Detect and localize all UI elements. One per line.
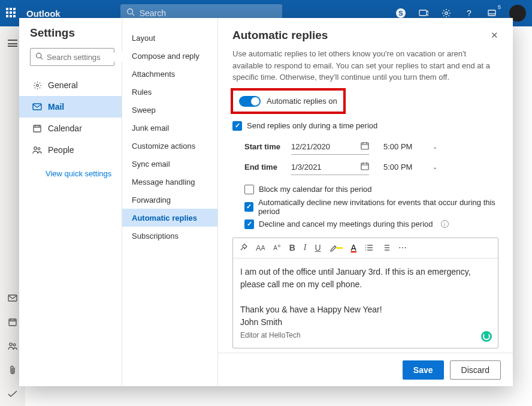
svg-point-3 (445, 12, 448, 14)
app-launcher-icon[interactable] (6, 8, 17, 19)
message-line2: Thank you & have a Happy New Year! (240, 305, 382, 314)
nav-calendar-label: Calendar (48, 124, 82, 133)
highlight-button[interactable] (330, 243, 343, 252)
decline-cancel-row[interactable]: Decline and cancel my meetings during th… (244, 219, 498, 229)
panel-title: Automatic replies (232, 29, 328, 42)
svg-point-7 (10, 343, 12, 345)
svg-point-8 (13, 344, 16, 346)
block-calendar-row[interactable]: Block my calendar for this period (244, 185, 498, 194)
gear-icon (32, 81, 42, 90)
italic-button[interactable]: I (304, 243, 307, 252)
bullets-button[interactable] (365, 244, 373, 251)
time-period-checkbox[interactable] (232, 121, 242, 131)
svg-rect-6 (9, 319, 16, 326)
message-name: John Smith (240, 317, 282, 327)
subnav-subscriptions[interactable]: Subscriptions (122, 227, 217, 245)
nav-people-label: People (48, 145, 74, 155)
auto-replies-toggle[interactable] (239, 96, 261, 107)
people-icon (32, 146, 42, 154)
gear-icon[interactable] (441, 8, 452, 19)
calendar-icon (361, 162, 369, 172)
help-icon[interactable]: ? (464, 8, 474, 19)
chevron-down-icon: ⌄ (433, 143, 437, 150)
auto-replies-toggle-label: Automatic replies on (267, 97, 337, 106)
nav-people[interactable]: People (19, 139, 122, 161)
svg-rect-12 (33, 104, 41, 110)
close-button[interactable]: ✕ (491, 30, 498, 41)
svg-rect-2 (419, 10, 427, 16)
underline-button[interactable]: U (315, 243, 321, 252)
time-period-checkbox-row[interactable]: Send replies only during a time period (232, 121, 498, 131)
search-icon (35, 52, 43, 62)
teams-icon[interactable] (418, 8, 429, 19)
subnav-handling[interactable]: Message handling (122, 173, 217, 191)
subnav-layout[interactable]: Layout (122, 29, 217, 47)
start-date-value: 12/21/2020 (291, 142, 330, 151)
bold-button[interactable]: B (289, 243, 295, 252)
decline-new-checkbox[interactable] (244, 202, 253, 212)
calendar-icon (361, 142, 369, 152)
start-time-value: 5:00 PM (383, 142, 412, 151)
settings-search[interactable] (30, 48, 114, 66)
panel-description: Use automatic replies to let others know… (232, 48, 498, 83)
end-date-field[interactable]: 1/3/2021 (291, 160, 369, 175)
view-quick-settings[interactable]: View quick settings (46, 169, 114, 178)
time-period-label: Send replies only during a time period (247, 121, 377, 130)
save-button[interactable]: Save (403, 360, 444, 380)
notifications-icon[interactable]: 5 (486, 8, 497, 19)
subnav-junk[interactable]: Junk email (122, 119, 217, 137)
svg-point-15 (38, 148, 40, 150)
font-smaller[interactable]: AA (256, 243, 265, 252)
skype-icon[interactable]: S (395, 8, 406, 19)
decline-cancel-label: Decline and cancel my meetings during th… (259, 219, 433, 228)
numbered-button[interactable] (382, 244, 390, 251)
subnav-attachments[interactable]: Attachments (122, 65, 217, 83)
decline-new-row[interactable]: Automatically decline new invitations fo… (244, 198, 498, 216)
settings-subnav: Layout Compose and reply Attachments Rul… (122, 18, 218, 386)
pin-icon[interactable] (239, 243, 247, 252)
subnav-sync[interactable]: Sync email (122, 155, 217, 173)
message-line1: I am out of the office until January 3rd… (240, 267, 471, 289)
subnav-forwarding[interactable]: Forwarding (122, 191, 217, 209)
subnav-sweep[interactable]: Sweep (122, 101, 217, 119)
chevron-down-icon: ⌄ (433, 164, 437, 170)
time-range: Start time 12/21/2020 5:00 PM ⌄ End time (244, 137, 498, 178)
subnav-rules[interactable]: Rules (122, 83, 217, 101)
settings-title: Settings (30, 26, 114, 40)
svg-rect-16 (361, 143, 368, 149)
end-time-label: End time (244, 163, 284, 172)
end-time-field[interactable]: 5:00 PM ⌄ (383, 163, 437, 172)
auto-replies-toggle-highlight: Automatic replies on (231, 88, 346, 114)
editor-toolbar: AA A° B I U A ⋯ (233, 238, 498, 258)
nav-general[interactable]: General (19, 74, 122, 96)
nav-calendar[interactable]: Calendar (19, 118, 122, 139)
info-icon[interactable]: i (441, 220, 449, 228)
subnav-compose[interactable]: Compose and reply (122, 47, 217, 65)
more-button[interactable]: ⋯ (398, 243, 407, 252)
svg-rect-5 (8, 295, 17, 301)
subnav-customize[interactable]: Customize actions (122, 137, 217, 155)
decline-cancel-checkbox[interactable] (244, 219, 254, 229)
brand-label: Outlook (26, 8, 61, 19)
subnav-auto-replies[interactable]: Automatic replies (122, 209, 217, 227)
editor-body[interactable]: I am out of the office until January 3rd… (233, 258, 498, 348)
svg-rect-4 (488, 10, 495, 16)
start-time-field[interactable]: 5:00 PM ⌄ (383, 142, 437, 151)
nav-mail[interactable]: Mail (19, 96, 122, 118)
svg-line-10 (41, 58, 43, 59)
search-icon (126, 8, 135, 19)
svg-rect-17 (361, 163, 368, 170)
svg-point-0 (127, 9, 132, 14)
start-date-field[interactable]: 12/21/2020 (291, 139, 369, 155)
start-time-label: Start time (244, 142, 284, 151)
font-larger[interactable]: A° (273, 243, 280, 252)
calendar-icon (32, 124, 42, 133)
font-color-button[interactable]: A (351, 243, 356, 252)
svg-point-14 (34, 147, 37, 149)
block-calendar-checkbox[interactable] (244, 185, 254, 194)
end-time-value: 5:00 PM (383, 163, 412, 172)
svg-line-1 (132, 14, 134, 16)
discard-button[interactable]: Discard (450, 360, 501, 380)
global-search-input[interactable] (140, 8, 276, 18)
grammarly-icon[interactable] (481, 331, 492, 342)
